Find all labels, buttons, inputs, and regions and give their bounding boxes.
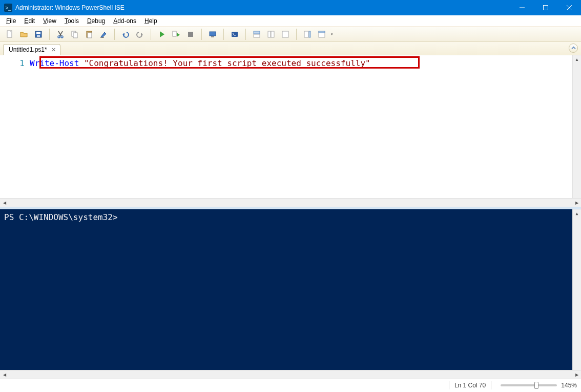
svg-rect-25 bbox=[254, 31, 260, 34]
svg-rect-1 bbox=[544, 6, 548, 10]
script-tab[interactable]: Untitled1.ps1* ✕ bbox=[3, 44, 60, 55]
svg-point-9 bbox=[58, 36, 60, 38]
zoom-slider-thumb[interactable] bbox=[534, 382, 538, 389]
show-command-window-button[interactable] bbox=[315, 28, 328, 40]
svg-rect-14 bbox=[88, 33, 92, 38]
clear-console-button[interactable] bbox=[97, 28, 110, 40]
menu-edit[interactable]: Edit bbox=[20, 16, 39, 26]
scroll-right-icon[interactable]: ▶ bbox=[572, 371, 581, 379]
show-script-right-button[interactable] bbox=[264, 28, 278, 40]
svg-rect-22 bbox=[210, 32, 216, 36]
svg-rect-27 bbox=[268, 31, 271, 37]
redo-button[interactable] bbox=[133, 28, 147, 40]
zoom-level: 145% bbox=[561, 382, 577, 389]
token-string: "Congratulations! Your first script exec… bbox=[84, 58, 370, 68]
minimize-button[interactable] bbox=[510, 0, 534, 15]
menu-addons[interactable]: Add-ons bbox=[109, 16, 140, 26]
svg-rect-26 bbox=[254, 34, 260, 37]
menu-help[interactable]: Help bbox=[140, 16, 161, 26]
svg-marker-20 bbox=[177, 33, 180, 37]
start-powershell-button[interactable] bbox=[228, 28, 241, 40]
svg-rect-7 bbox=[36, 32, 40, 34]
menu-debug[interactable]: Debug bbox=[83, 16, 109, 26]
console-pane[interactable]: PS C:\WINDOWS\system32> ▲ bbox=[0, 209, 581, 370]
svg-rect-30 bbox=[304, 31, 308, 37]
maximize-button[interactable] bbox=[534, 0, 557, 15]
copy-button[interactable] bbox=[68, 28, 81, 40]
status-bar: Ln 1 Col 70 145% bbox=[0, 379, 581, 391]
svg-rect-29 bbox=[282, 31, 288, 37]
tab-strip: Untitled1.ps1* ✕ bbox=[0, 42, 581, 55]
menu-file[interactable]: File bbox=[2, 16, 20, 26]
title-bar: >_ Administrator: Windows PowerShell ISE bbox=[0, 0, 581, 15]
toolbar-overflow-button[interactable]: ▾ bbox=[329, 32, 334, 36]
powershell-ise-icon: >_ bbox=[4, 4, 12, 12]
scroll-right-icon[interactable]: ▶ bbox=[572, 201, 581, 205]
menu-bar: File Edit View Tools Debug Add-ons Help bbox=[0, 15, 581, 27]
close-button[interactable] bbox=[557, 0, 581, 15]
console-prompt: PS C:\WINDOWS\system32> bbox=[4, 212, 122, 222]
tab-close-icon[interactable]: ✕ bbox=[50, 47, 57, 53]
cursor-position: Ln 1 Col 70 bbox=[454, 382, 486, 389]
scroll-up-icon[interactable]: ▲ bbox=[573, 209, 581, 218]
token-cmdlet: Write-Host bbox=[30, 58, 79, 68]
stop-button[interactable] bbox=[184, 28, 197, 40]
new-file-button[interactable] bbox=[3, 28, 16, 40]
save-button[interactable] bbox=[32, 28, 45, 40]
scroll-left-icon[interactable]: ◀ bbox=[0, 201, 9, 205]
svg-point-10 bbox=[61, 36, 63, 38]
show-script-top-button[interactable] bbox=[250, 28, 263, 40]
code-area[interactable]: Write-Host "Congratulations! Your first … bbox=[30, 55, 581, 198]
svg-rect-28 bbox=[271, 31, 274, 37]
tab-label: Untitled1.ps1* bbox=[9, 46, 47, 53]
menu-tools[interactable]: Tools bbox=[60, 16, 83, 26]
svg-marker-18 bbox=[160, 31, 164, 37]
open-file-button[interactable] bbox=[17, 28, 31, 40]
svg-rect-24 bbox=[232, 32, 238, 37]
scroll-up-icon[interactable]: ▲ bbox=[573, 55, 581, 64]
script-editor[interactable]: 1 Write-Host "Congratulations! Your firs… bbox=[0, 55, 581, 198]
cut-button[interactable] bbox=[54, 28, 67, 40]
show-command-addon-button[interactable] bbox=[301, 28, 314, 40]
scroll-left-icon[interactable]: ◀ bbox=[0, 371, 9, 379]
svg-rect-19 bbox=[173, 31, 176, 36]
svg-rect-33 bbox=[319, 31, 325, 33]
line-number: 1 bbox=[0, 58, 25, 68]
toolbar: ▾ bbox=[0, 27, 581, 42]
zoom-slider[interactable] bbox=[501, 384, 557, 386]
svg-rect-31 bbox=[309, 31, 310, 37]
paste-button[interactable] bbox=[82, 28, 96, 40]
menu-view[interactable]: View bbox=[39, 16, 60, 26]
svg-rect-21 bbox=[188, 32, 193, 37]
show-script-max-button[interactable] bbox=[279, 28, 292, 40]
run-selection-button[interactable] bbox=[170, 28, 183, 40]
collapse-script-pane-button[interactable] bbox=[569, 43, 578, 53]
editor-horizontal-scrollbar[interactable]: ◀ ▶ bbox=[0, 198, 581, 207]
svg-rect-12 bbox=[73, 33, 77, 38]
new-remote-tab-button[interactable] bbox=[206, 28, 219, 40]
svg-rect-8 bbox=[37, 35, 40, 37]
svg-rect-23 bbox=[211, 36, 214, 37]
console-vertical-scrollbar[interactable]: ▲ bbox=[572, 209, 581, 370]
editor-vertical-scrollbar[interactable]: ▲ bbox=[572, 55, 581, 198]
undo-button[interactable] bbox=[119, 28, 132, 40]
line-number-gutter: 1 bbox=[0, 55, 30, 198]
run-script-button[interactable] bbox=[155, 28, 169, 40]
window-title: Administrator: Windows PowerShell ISE bbox=[15, 4, 125, 11]
console-horizontal-scrollbar[interactable]: ◀ ▶ bbox=[0, 370, 581, 379]
